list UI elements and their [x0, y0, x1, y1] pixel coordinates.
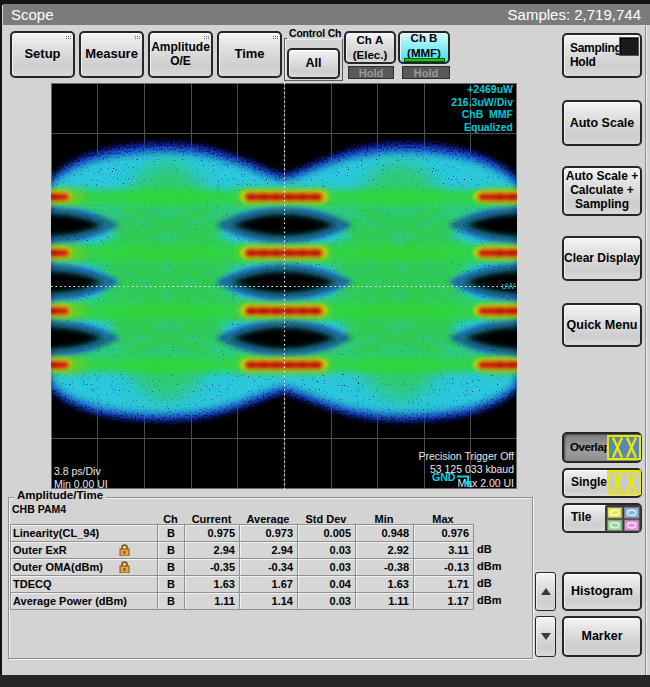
- svg-text:+2469uW: +2469uW: [467, 83, 513, 95]
- svg-text:GND: GND: [432, 471, 456, 483]
- svg-text:Equalized: Equalized: [464, 121, 513, 133]
- svg-text:3.8 ps/Div: 3.8 ps/Div: [54, 465, 101, 477]
- svg-text:216.3uW/Div: 216.3uW/Div: [451, 96, 513, 108]
- svg-text:ChB MMF: ChB MMF: [462, 108, 514, 120]
- svg-text:Precision Trigger Off: Precision Trigger Off: [418, 450, 514, 462]
- svg-text:Min 0.00 UI: Min 0.00 UI: [54, 478, 108, 490]
- svg-text:uW: uW: [502, 281, 516, 291]
